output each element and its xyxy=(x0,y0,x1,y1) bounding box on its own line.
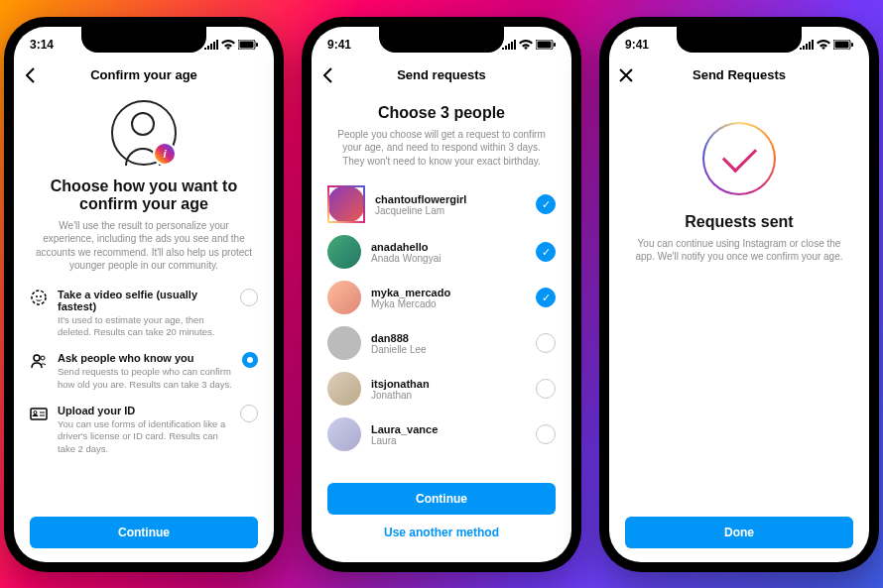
battery-icon xyxy=(238,40,258,50)
person-body: itsjonathanJonathan xyxy=(371,378,526,401)
phone-2: 9:41 Send requests Choose 3 people Peopl… xyxy=(302,17,581,572)
person-body: chantouflowergirlJacqueline Lam xyxy=(375,193,526,216)
footer: Done xyxy=(609,507,869,562)
hero: i Choose how you want to confirm your ag… xyxy=(30,100,258,273)
select-checkbox[interactable]: ✓ xyxy=(536,288,556,307)
screen-2: 9:41 Send requests Choose 3 people Peopl… xyxy=(312,27,571,562)
svg-rect-2 xyxy=(256,43,258,47)
svg-rect-12 xyxy=(554,43,556,47)
person-fullname: Myka Mercado xyxy=(371,298,526,309)
people-list: chantouflowergirlJacqueline Lam✓anadahel… xyxy=(327,179,556,457)
screen-header: Send Requests xyxy=(609,59,869,92)
option-sub: It's used to estimate your age, then del… xyxy=(58,314,230,339)
person-fullname: Laura xyxy=(371,435,526,446)
wifi-icon xyxy=(519,40,533,50)
hero: Choose 3 people People you choose will g… xyxy=(327,100,556,169)
signal-icon xyxy=(800,40,814,50)
screen-1: 3:14 Confirm your age i Choose how you w… xyxy=(14,27,274,562)
page-subtitle: We'll use the result to personalize your… xyxy=(34,219,254,273)
page-title: Choose 3 people xyxy=(378,104,505,122)
footer: Continue xyxy=(14,507,274,562)
avatar xyxy=(327,372,361,406)
svg-rect-1 xyxy=(240,41,254,48)
select-checkbox[interactable] xyxy=(536,424,556,444)
person-row[interactable]: dan888Danielle Lee xyxy=(327,320,556,366)
svg-point-4 xyxy=(36,295,38,297)
option-sub: You can use forms of identification like… xyxy=(58,418,230,455)
screen-3: 9:41 Send Requests Requests sent You can… xyxy=(609,27,869,562)
page-subtitle: You can continue using Instagram or clos… xyxy=(629,237,849,264)
status-icons xyxy=(502,40,556,50)
stage: 3:14 Confirm your age i Choose how you w… xyxy=(0,0,883,588)
svg-rect-15 xyxy=(851,43,853,47)
content: Requests sent You can continue using Ins… xyxy=(609,92,869,507)
svg-point-7 xyxy=(41,356,45,360)
person-row[interactable]: Laura_vanceLaura xyxy=(327,412,556,457)
back-button[interactable] xyxy=(24,66,36,84)
svg-point-5 xyxy=(40,295,42,297)
select-checkbox[interactable] xyxy=(536,379,556,399)
option-video-selfie[interactable]: Take a video selfie (usually fastest) It… xyxy=(30,289,258,339)
person-username: myka_mercado xyxy=(371,287,526,298)
svg-point-3 xyxy=(32,291,46,304)
notch xyxy=(379,27,504,53)
radio[interactable] xyxy=(240,405,258,422)
person-body: Laura_vanceLaura xyxy=(371,423,526,446)
person-row[interactable]: myka_mercadoMyka Mercado✓ xyxy=(327,275,556,320)
signal-icon xyxy=(204,40,218,50)
person-row[interactable]: chantouflowergirlJacqueline Lam✓ xyxy=(327,179,556,229)
wifi-icon xyxy=(221,40,235,50)
person-username: itsjonathan xyxy=(371,378,526,390)
screen-header: Send requests xyxy=(312,59,571,92)
person-username: chantouflowergirl xyxy=(375,193,526,205)
radio[interactable] xyxy=(240,289,258,306)
screen-header: Confirm your age xyxy=(14,59,274,92)
header-title: Confirm your age xyxy=(90,67,197,82)
select-checkbox[interactable] xyxy=(536,333,556,353)
page-subtitle: People you choose will get a request to … xyxy=(331,128,552,169)
select-checkbox[interactable]: ✓ xyxy=(536,242,556,262)
header-title: Send Requests xyxy=(693,67,786,82)
wifi-icon xyxy=(817,40,830,50)
avatar xyxy=(327,281,361,314)
svg-point-6 xyxy=(34,355,40,361)
person-body: anadahelloAnada Wongyai xyxy=(371,241,526,264)
avatar xyxy=(327,326,361,360)
person-fullname: Danielle Lee xyxy=(371,344,526,355)
close-button[interactable] xyxy=(619,68,633,82)
option-title: Ask people who know you xyxy=(58,352,232,364)
select-checkbox[interactable]: ✓ xyxy=(536,194,556,214)
option-upload-id[interactable]: Upload your ID You can use forms of iden… xyxy=(30,405,258,455)
status-icons xyxy=(204,40,258,50)
chevron-left-icon xyxy=(24,66,36,84)
person-username: dan888 xyxy=(371,332,526,344)
people-icon xyxy=(30,352,48,370)
notch xyxy=(677,27,802,53)
option-ask-people[interactable]: Ask people who know you Send requests to… xyxy=(30,352,258,391)
option-sub: Send requests to people who can confirm … xyxy=(58,366,232,391)
chevron-left-icon xyxy=(321,66,333,84)
person-fullname: Jonathan xyxy=(371,390,526,401)
option-title: Upload your ID xyxy=(58,405,230,416)
id-card-icon xyxy=(30,405,48,422)
phone-3: 9:41 Send Requests Requests sent You can… xyxy=(599,17,879,572)
phone-1: 3:14 Confirm your age i Choose how you w… xyxy=(4,17,284,572)
hero: Requests sent You can continue using Ins… xyxy=(625,209,853,264)
svg-rect-14 xyxy=(835,41,849,48)
continue-button[interactable]: Continue xyxy=(327,483,556,515)
back-button[interactable] xyxy=(321,66,333,84)
info-badge-icon: i xyxy=(153,142,177,166)
person-row[interactable]: anadahelloAnada Wongyai✓ xyxy=(327,229,556,275)
status-time: 9:41 xyxy=(625,38,649,52)
radio-selected[interactable] xyxy=(242,352,258,368)
done-button[interactable]: Done xyxy=(625,517,853,548)
use-another-method-button[interactable]: Use another method xyxy=(327,517,556,548)
checkmark-icon xyxy=(721,138,756,173)
notch xyxy=(81,27,206,53)
page-title: Requests sent xyxy=(685,213,793,231)
person-body: myka_mercadoMyka Mercado xyxy=(371,287,526,309)
continue-button[interactable]: Continue xyxy=(30,517,258,548)
person-row[interactable]: itsjonathanJonathan xyxy=(327,366,556,412)
person-username: anadahello xyxy=(371,241,526,253)
footer: Continue Use another method xyxy=(312,473,571,562)
